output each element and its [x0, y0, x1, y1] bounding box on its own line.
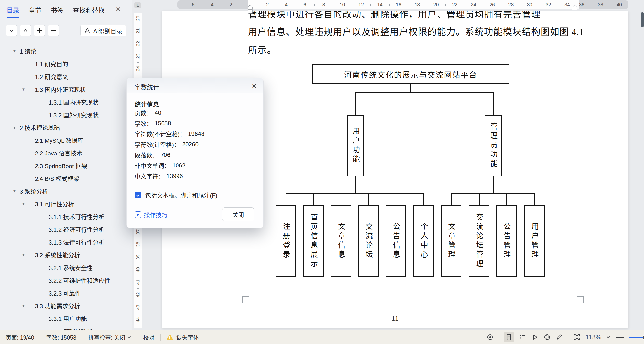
toc-item[interactable]: ▼3.1 可行性分析	[0, 197, 132, 210]
stat-value: 1062	[172, 162, 185, 169]
toc-item[interactable]: 1.3.2 国外研究现状	[0, 108, 132, 121]
ruler-number: 41	[135, 280, 141, 285]
toc-item[interactable]: 3.1.1 技术可行性分析	[0, 210, 132, 223]
horizontal-ruler[interactable]: 642246810121416182022242628303234363840	[178, 0, 628, 9]
toc-item[interactable]: ▼3.3 功能需求分析	[0, 299, 132, 312]
tab-bookmarks[interactable]: 书签	[51, 5, 64, 17]
statusbar-left: 页面: 19/40 字数: 15058 拼写检查: 关闭 校对 ! 缺失字体	[6, 330, 199, 344]
toc-item[interactable]: ▼1.3 国内外研究现状	[0, 83, 132, 96]
ai-recognize-toc-button[interactable]: AI识别目录	[80, 25, 126, 36]
toc-item[interactable]: 3.1.2 经济可行性分析	[0, 223, 132, 236]
diagram-connector	[368, 193, 369, 205]
toc-item[interactable]: 2.1 MySQL 数据库	[0, 134, 132, 147]
status-bar: 页面: 19/40 字数: 15058 拼写检查: 关闭 校对 ! 缺失字体	[0, 330, 644, 344]
ruler-number: 20	[135, 16, 141, 21]
stat-label: 页数：	[134, 108, 152, 117]
diagram-connector	[286, 193, 286, 205]
eye-protect-button[interactable]	[486, 334, 494, 341]
ruler-tick	[137, 251, 139, 251]
ruler-tick	[137, 314, 139, 314]
ruler-tick	[137, 62, 139, 63]
page-indicator[interactable]: 页面: 19/40	[6, 333, 34, 341]
clipped-text-line: 管理模块中进行各自的改动、删除操作，用户、管理员均拥有完善管理	[248, 11, 582, 19]
stat-value: 20260	[182, 141, 198, 148]
toc-item[interactable]: 3.1.3 法律可行性分析	[0, 236, 132, 248]
missing-font-warning[interactable]: ! 缺失字体	[166, 333, 199, 341]
toc-item[interactable]: 3.3.2 管理员功能	[0, 325, 132, 330]
toc-item[interactable]: 3.2.3 可靠性	[0, 287, 132, 299]
toc-item[interactable]: 1.3.1 国内研究现状	[0, 96, 132, 108]
outline-view-button[interactable]	[519, 334, 526, 341]
stats-section-title: 统计信息	[134, 100, 159, 108]
ruler-number: 32	[546, 2, 551, 7]
toc-item-label: 3.2.1 系统安全性	[48, 263, 93, 272]
checkbox-checked-icon[interactable]	[134, 192, 141, 198]
toc-item[interactable]: 3.2.2 可维护性和适应性	[0, 274, 132, 287]
tab-chapters[interactable]: 章节	[29, 5, 42, 17]
right-indent-marker[interactable]	[572, 5, 578, 10]
expand-triangle-icon[interactable]: ▼	[22, 202, 25, 206]
diagram-leaf-box: 公告信息	[386, 205, 406, 277]
zoom-slider-knob[interactable]	[642, 334, 644, 341]
diagram-leaf-box: 交流论坛管理	[469, 205, 489, 277]
stats-list: 页数：40字数：15058字符数(不计空格)：19648字符数(计空格)：202…	[134, 108, 204, 181]
toc-item[interactable]: 1.1 研究目的	[0, 57, 132, 70]
toc-item-label: 3.3.1 用户功能	[48, 314, 87, 323]
collapse-all-button[interactable]	[6, 25, 17, 36]
vertical-scrollbar-thumb[interactable]	[641, 12, 644, 27]
tab-toc[interactable]: 目录	[6, 5, 19, 18]
stat-value: 40	[155, 109, 161, 116]
tab-find-replace[interactable]: 查找和替换	[73, 5, 105, 17]
ruler-number: 6	[304, 2, 306, 7]
spellcheck-control[interactable]: 拼写检查: 关闭	[88, 333, 131, 341]
stat-label: 段落数：	[134, 151, 158, 159]
expand-triangle-icon[interactable]: ▼	[22, 304, 25, 308]
toc-item[interactable]: ▼3 系统分析	[0, 185, 132, 197]
expand-triangle-icon[interactable]: ▼	[13, 125, 16, 130]
expand-triangle-icon[interactable]: ▼	[13, 189, 16, 193]
include-textbox-option[interactable]: 包括文本框、脚注和尾注(F)	[134, 191, 218, 199]
zoom-out-button[interactable]	[616, 337, 624, 338]
dialog-close-icon[interactable]: ✕	[250, 82, 259, 91]
ruler-number: 12	[358, 2, 364, 7]
tips-link[interactable]: 操作技巧	[134, 210, 168, 219]
proofread-button[interactable]: 校对	[143, 333, 154, 341]
close-button[interactable]: 关闭	[222, 207, 254, 221]
sidebar-close-icon[interactable]: ✕	[116, 6, 121, 16]
toc-item[interactable]: ▼2 技术理论基础	[0, 121, 132, 134]
zoom-percentage[interactable]: 118%	[586, 334, 601, 341]
zoom-in-outline-button[interactable]	[34, 25, 45, 36]
toc-item[interactable]: 2.4 B/S 模式框架	[0, 172, 132, 185]
navigation-sidebar: 目录 章节 书签 查找和替换 ✕ AI	[0, 0, 132, 330]
zoom-chevron-icon[interactable]	[606, 335, 611, 339]
toc-item[interactable]: 2.3 SpringBoot 框架	[0, 159, 132, 172]
expand-triangle-icon[interactable]: ▼	[22, 87, 25, 91]
web-view-button[interactable]	[544, 334, 551, 341]
toc-item[interactable]: 3.3.1 用户功能	[0, 312, 132, 325]
expand-triangle-icon[interactable]: ▼	[13, 49, 16, 53]
ruler-tick	[137, 288, 139, 289]
expand-all-button[interactable]	[20, 25, 31, 36]
ruler-number: 28	[508, 2, 514, 7]
diagram-leaf-box: 交流论坛	[358, 205, 379, 277]
fit-page-button[interactable]	[573, 334, 580, 341]
page-view-button[interactable]	[504, 332, 514, 342]
ruler-tick	[296, 4, 296, 6]
ink-annotation-button[interactable]	[556, 334, 563, 341]
expand-triangle-icon[interactable]: ▼	[22, 253, 25, 257]
eye-protect-icon	[486, 334, 494, 341]
diagram-leaf-box: 公告管理	[496, 205, 517, 277]
word-count-indicator[interactable]: 字数: 15058	[46, 333, 76, 341]
diagram-leaf-box: 个人中心	[413, 205, 434, 277]
toc-item[interactable]: 3.2.1 系统安全性	[0, 261, 132, 274]
toc-item[interactable]: ▼3.2 系统性能分析	[0, 248, 132, 261]
toc-item[interactable]: ▼1 绪论	[0, 45, 132, 57]
toc-item[interactable]: 2.2 Java 语言技术	[0, 147, 132, 159]
zoom-slider[interactable]	[629, 337, 644, 338]
indent-markers[interactable]	[247, 5, 253, 15]
zoom-out-outline-button[interactable]	[48, 25, 59, 36]
toc-item[interactable]: 1.2 研究意义	[0, 70, 132, 83]
slideshow-button[interactable]	[531, 334, 538, 341]
tab-stop-selector[interactable]: L	[134, 2, 141, 8]
ruler-number: 4	[285, 2, 288, 7]
